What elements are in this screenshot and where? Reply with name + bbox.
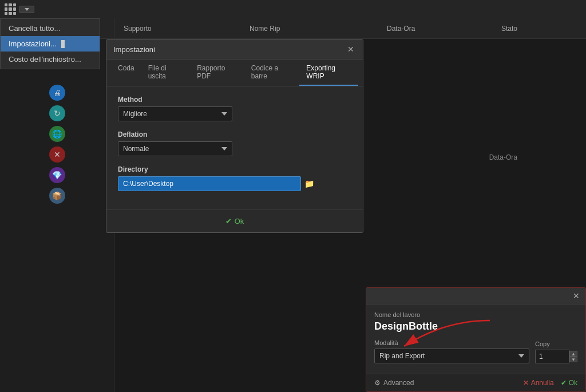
tab-exporting-wrip[interactable]: Exporting WRIP [299, 60, 358, 86]
modal-tabs: Coda File di uscita Rapporto PDF Codice … [106, 60, 363, 86]
app-grid-icon[interactable] [5, 3, 16, 15]
stepper-down-button[interactable]: ▼ [569, 357, 577, 362]
job-dialog: ✕ Nome del lavoro DesignBottle Modalità … [366, 287, 586, 392]
method-group: Method Migliore [118, 96, 351, 121]
directory-input-row: C:\User\Desktop 📁 [118, 176, 351, 191]
tab-codice-barre[interactable]: Codice a barre [244, 60, 300, 86]
method-select-chevron [221, 112, 227, 116]
tool-btn-purple[interactable]: 💎 [49, 167, 65, 183]
job-name-value: DesignBottle [374, 320, 577, 332]
check-icon: ✔ [561, 379, 567, 387]
ok-job-button[interactable]: ✔ Ok [561, 379, 577, 387]
browse-folder-icon[interactable]: 📁 [304, 179, 314, 188]
ok-checkmark-icon: ✔ [225, 217, 232, 225]
modal-footer: ✔ Ok [106, 209, 363, 232]
header-supporto: Supporto [124, 25, 250, 33]
tool-btn-green[interactable]: 🌐 [49, 126, 65, 142]
stepper-up-button[interactable]: ▲ [569, 351, 577, 357]
modal-header: Impostazioni ✕ [106, 39, 363, 60]
left-panel: 🖨 ↻ 🌐 ✕ 💎 📦 [0, 39, 114, 392]
copy-stepper: ▲ ▼ [569, 351, 577, 362]
job-dialog-body: Nome del lavoro DesignBottle Modalità Ri… [366, 304, 585, 374]
method-label: Method [118, 96, 351, 104]
directory-input[interactable]: C:\User\Desktop [118, 176, 301, 191]
header-stato: Stato [501, 25, 577, 33]
x-icon: ✕ [523, 379, 529, 387]
queue-dropdown-button[interactable] [19, 6, 34, 13]
tool-btn-red[interactable]: ✕ [49, 146, 65, 163]
annulla-button[interactable]: ✕ Annulla [523, 379, 554, 387]
deflation-select[interactable]: Normale [118, 141, 232, 156]
tab-file-uscita[interactable]: File di uscita [141, 60, 190, 86]
tab-coda[interactable]: Coda [111, 60, 141, 86]
data-ora-floating-label: Data-Ora [489, 153, 517, 161]
menu-item-impostazioni[interactable]: Impostazioni... [1, 36, 100, 52]
tool-btn-blue[interactable]: 🖨 [49, 85, 65, 101]
job-dialog-footer: ⚙ Advanced ✕ Annulla ✔ Ok [366, 374, 585, 391]
headers-container: Supporto Nome Rip Data-Ora Stato [114, 18, 586, 38]
modal-close-button[interactable]: ✕ [346, 44, 356, 54]
dropdown-menu: Cancella tutto... Impostazioni... Costo … [0, 18, 100, 69]
modal-impostazioni: Impostazioni ✕ Coda File di uscita Rappo… [106, 39, 363, 233]
modalita-select-chevron [518, 354, 524, 358]
top-bar [0, 0, 586, 18]
gear-icon: ⚙ [374, 379, 381, 387]
copy-input-field[interactable]: 1 [535, 350, 569, 363]
modalita-container: Modalità Rip and Export [374, 339, 529, 363]
deflation-label: Deflation [118, 130, 351, 138]
modal-body: Method Migliore Deflation Normale Direct… [106, 86, 363, 209]
copy-input-row: 1 ▲ ▼ [535, 350, 577, 363]
modalita-select[interactable]: Rip and Export [374, 349, 529, 363]
job-dialog-close-button[interactable]: ✕ [573, 291, 580, 300]
modal-title: Impostazioni [113, 45, 155, 54]
deflation-select-chevron [221, 147, 227, 151]
nome-del-lavoro-label: Nome del lavoro [374, 311, 577, 318]
menu-item-cancella[interactable]: Cancella tutto... [1, 21, 100, 36]
deflation-group: Deflation Normale [118, 130, 351, 156]
chevron-down-icon [25, 8, 29, 11]
header-nome-rip: Nome Rip [250, 25, 387, 33]
modalita-label: Modalità [374, 339, 529, 346]
job-dialog-header: ✕ [366, 288, 585, 304]
footer-right-buttons: ✕ Annulla ✔ Ok [523, 379, 577, 387]
modal-ok-button[interactable]: ✔ Ok [225, 217, 244, 225]
advanced-button[interactable]: ⚙ Advanced [374, 379, 414, 387]
copy-label: Copy [535, 340, 577, 347]
tab-rapporto-pdf[interactable]: Rapporto PDF [190, 60, 244, 86]
menu-item-costo[interactable]: Costo dell'inchiostro... [1, 52, 100, 67]
method-select[interactable]: Migliore [118, 106, 232, 121]
tool-btn-teal[interactable]: ↻ [49, 105, 65, 121]
cursor-indicator [61, 40, 65, 48]
directory-group: Directory C:\User\Desktop 📁 [118, 165, 351, 191]
directory-label: Directory [118, 165, 351, 173]
tool-btn-slate[interactable]: 📦 [49, 188, 65, 204]
header-data-ora: Data-Ora [387, 25, 501, 33]
copy-container: Copy 1 ▲ ▼ [535, 340, 577, 363]
